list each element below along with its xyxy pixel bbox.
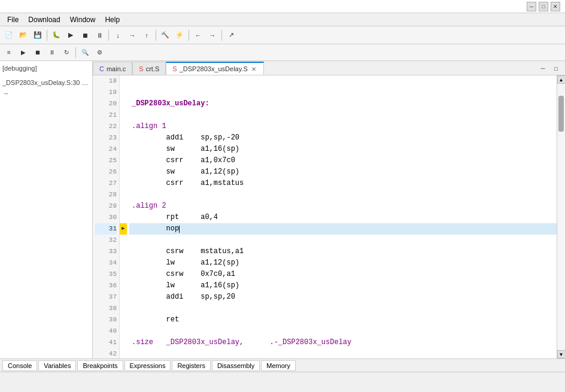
toolbar-back[interactable]: ← xyxy=(192,29,205,42)
toolbar-step-into[interactable]: ↓ xyxy=(111,29,124,42)
bottom-tab-expressions[interactable]: Expressions xyxy=(124,360,171,371)
margin-23 xyxy=(120,132,127,144)
toolbar-open[interactable]: 📂 xyxy=(17,29,30,42)
margin-30 xyxy=(120,212,127,223)
tab-delay-s-icon: S xyxy=(172,65,177,72)
toolbar-forward[interactable]: → xyxy=(206,29,219,42)
toolbar-sep-3 xyxy=(156,30,156,41)
margin-38 xyxy=(120,303,127,314)
toolbar-save[interactable]: 💾 xyxy=(31,29,44,42)
scroll-track-v[interactable] xyxy=(557,84,565,350)
bottom-tab-console[interactable]: Console xyxy=(2,360,37,371)
bottom-tab-breakpoints[interactable]: Breakpoints xyxy=(77,360,123,371)
line-number-35: 35 xyxy=(95,269,117,280)
tab-delay-s[interactable]: S _DSP2803x_usDelay.S ✕ xyxy=(166,62,264,75)
bottom-tab-variables[interactable]: Variables xyxy=(38,360,76,371)
toolbar2-btn6[interactable]: 🔍 xyxy=(78,46,92,59)
code-line-18[interactable] xyxy=(129,75,557,87)
toolbar-step-over[interactable]: → xyxy=(126,29,139,42)
margin-29 xyxy=(120,200,127,212)
code-line-32[interactable] xyxy=(129,235,557,246)
toolbar2-btn3[interactable]: ⏹ xyxy=(31,46,44,59)
toolbar-build[interactable]: 🔨 xyxy=(159,29,172,42)
toolbar2-btn5[interactable]: ↻ xyxy=(60,46,73,59)
bottom-tab-disassembly[interactable]: Disassembly xyxy=(212,360,260,371)
code-line-42[interactable] xyxy=(129,348,557,358)
line-numbers: 1819202122232425262728293031323334353637… xyxy=(93,75,120,358)
code-line-22[interactable]: .align 1 xyxy=(129,121,557,132)
maximize-button[interactable]: □ xyxy=(539,2,548,11)
tab-crt-s[interactable]: S crt.S xyxy=(132,62,166,75)
code-line-36[interactable]: lw a1,16(sp) xyxy=(129,280,557,291)
scroll-up-btn[interactable]: ▲ xyxy=(557,75,566,84)
tab-main-c[interactable]: C main.c xyxy=(93,62,132,75)
minimize-button[interactable]: ─ xyxy=(527,2,536,11)
code-line-40[interactable] xyxy=(129,326,557,337)
code-lines[interactable]: _DSP2803x_usDelay:.align 1 addi sp,sp,-2… xyxy=(127,75,557,358)
left-panel: [debugging] _DSP2803x_usDelay.S:30 0x1( … xyxy=(0,61,93,358)
tab-crt-s-icon: S xyxy=(139,65,143,72)
line-number-28: 28 xyxy=(95,189,117,200)
tab-minimize-btn[interactable]: ─ xyxy=(536,62,549,75)
code-line-24[interactable]: sw a1,16(sp) xyxy=(129,144,557,155)
line-number-41: 41 xyxy=(95,337,117,348)
code-line-21[interactable] xyxy=(129,110,557,121)
menu-download[interactable]: Download xyxy=(23,14,65,25)
bottom-tab-memory[interactable]: Memory xyxy=(261,360,296,371)
margin-41 xyxy=(120,337,127,348)
toolbar-run[interactable]: ▶ xyxy=(64,29,77,42)
code-line-38[interactable] xyxy=(129,303,557,314)
tab-delay-s-close[interactable]: ✕ xyxy=(250,66,257,72)
margin-35 xyxy=(120,269,127,280)
code-line-34[interactable]: lw a1,12(sp) xyxy=(129,257,557,269)
margin-32 xyxy=(120,235,127,246)
margin-34 xyxy=(120,257,127,269)
code-line-25[interactable]: csrr a1,0x7c0 xyxy=(129,155,557,166)
code-line-39[interactable]: ret xyxy=(129,314,557,326)
menu-help[interactable]: Help xyxy=(100,14,124,25)
tab-bar: C main.c S crt.S S _DSP2803x_usDelay.S ✕… xyxy=(93,61,565,75)
bottom-tab-registers[interactable]: Registers xyxy=(172,360,210,371)
code-editor[interactable]: 1819202122232425262728293031323334353637… xyxy=(93,75,557,358)
code-line-19[interactable] xyxy=(129,87,557,98)
toolbar-flash[interactable]: ⚡ xyxy=(173,29,186,42)
margin-37 xyxy=(120,291,127,303)
margin-20 xyxy=(120,98,127,110)
code-line-31[interactable]: nop xyxy=(129,223,557,235)
toolbar-debug[interactable]: 🐛 xyxy=(50,29,63,42)
code-line-23[interactable]: addi sp,sp,-20 xyxy=(129,132,557,144)
toolbar-pause[interactable]: ⏸ xyxy=(93,29,106,42)
code-line-20[interactable]: _DSP2803x_usDelay: xyxy=(129,98,557,110)
toolbar2-btn1[interactable]: ≡ xyxy=(2,46,16,59)
code-line-33[interactable]: csrw mstatus,a1 xyxy=(129,246,557,257)
toolbar2-btn4[interactable]: ⏸ xyxy=(45,46,59,59)
toolbar-export[interactable]: ↗ xyxy=(224,29,238,42)
vertical-scrollbar[interactable]: ▲ ▼ xyxy=(557,75,565,358)
toolbar: 📄 📂 💾 🐛 ▶ ⏹ ⏸ ↓ → ↑ 🔨 ⚡ ← → ↗ xyxy=(0,26,565,44)
code-line-27[interactable]: csrr a1,mstatus xyxy=(129,178,557,189)
code-line-35[interactable]: csrw 0x7c0,a1 xyxy=(129,269,557,280)
debug-location: _DSP2803x_usDelay.S:30 0x1( xyxy=(2,78,90,87)
tab-main-c-label: main.c xyxy=(107,65,126,72)
scroll-thumb-v[interactable] xyxy=(558,96,564,132)
code-line-28[interactable] xyxy=(129,189,557,200)
toolbar-stop[interactable]: ⏹ xyxy=(78,29,92,42)
code-line-41[interactable]: .size _DSP2803x_usDelay, .-_DSP2803x_usD… xyxy=(129,337,557,348)
toolbar-new[interactable]: 📄 xyxy=(2,29,16,42)
menu-file[interactable]: File xyxy=(2,14,23,25)
scroll-down-btn[interactable]: ▼ xyxy=(557,350,566,358)
menu-window[interactable]: Window xyxy=(65,14,101,25)
toolbar-sep-5 xyxy=(221,30,222,41)
code-line-29[interactable]: .align 2 xyxy=(129,200,557,212)
code-line-30[interactable]: rpt a0,4 xyxy=(129,212,557,223)
toolbar2-btn7[interactable]: ⚙ xyxy=(93,46,106,59)
tab-maximize-btn[interactable]: □ xyxy=(549,62,563,75)
margin-21 xyxy=(120,110,127,121)
close-button[interactable]: ✕ xyxy=(551,2,560,11)
code-line-37[interactable]: addi sp,sp,20 xyxy=(129,291,557,303)
margin-31: ▶ xyxy=(120,223,127,235)
toolbar-step-return[interactable]: ↑ xyxy=(140,29,153,42)
toolbar2-btn2[interactable]: ▶ xyxy=(17,46,30,59)
status-bar xyxy=(0,372,565,384)
code-line-26[interactable]: sw a1,12(sp) xyxy=(129,166,557,178)
